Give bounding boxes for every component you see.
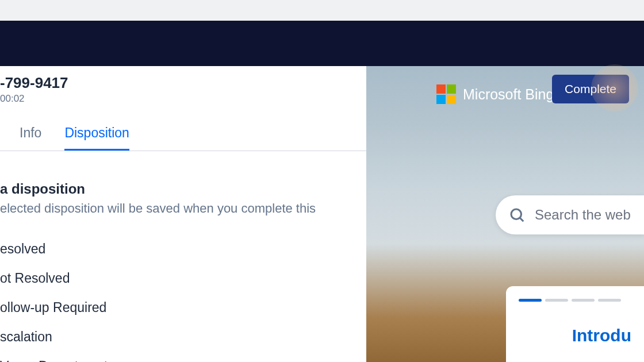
info-card: Introdu	[506, 286, 644, 362]
option-wrong-dept[interactable]: Vrong Department	[0, 352, 366, 362]
progress-step-active	[519, 299, 542, 302]
option-not-resolved[interactable]: ot Resolved	[0, 264, 366, 293]
bing-panel: Microsoft Bing Chat Search the web	[366, 66, 644, 362]
call-panel: -799-9417 00:02 Info Disposition a dispo…	[0, 66, 366, 362]
microsoft-bing-logo[interactable]: Microsoft Bing	[436, 84, 554, 104]
microsoft-logo-icon	[436, 84, 456, 104]
card-title: Introdu	[519, 326, 631, 345]
search-bar[interactable]: Search the web	[496, 195, 644, 234]
bing-brand-text: Microsoft Bing	[463, 86, 554, 103]
call-timer: 00:02	[0, 93, 355, 105]
disposition-options: esolved ot Resolved ollow-up Required sc…	[0, 234, 366, 362]
disposition-description: elected disposition will be saved when y…	[0, 201, 366, 217]
phone-number: -799-9417	[0, 74, 355, 92]
disposition-title: a disposition	[0, 181, 366, 197]
svg-line-1	[520, 218, 523, 221]
title-bar	[0, 21, 644, 66]
main-container: -799-9417 00:02 Info Disposition a dispo…	[0, 66, 644, 362]
search-placeholder: Search the web	[535, 207, 631, 223]
progress-step	[598, 299, 621, 302]
progress-step	[545, 299, 568, 302]
tab-info[interactable]: Info	[20, 125, 41, 151]
svg-point-0	[511, 209, 522, 219]
option-followup[interactable]: ollow-up Required	[0, 293, 366, 322]
tab-disposition[interactable]: Disposition	[64, 125, 129, 151]
progress-indicator	[519, 299, 631, 302]
option-escalation[interactable]: scalation	[0, 322, 366, 352]
progress-step	[572, 299, 595, 302]
complete-button[interactable]: Complete	[552, 75, 629, 103]
top-bar	[0, 0, 644, 21]
search-icon	[508, 206, 526, 224]
call-header: -799-9417 00:02	[0, 66, 366, 110]
tabs-container: Info Disposition	[0, 125, 366, 151]
option-resolved[interactable]: esolved	[0, 234, 366, 264]
disposition-content: a disposition elected disposition will b…	[0, 151, 366, 362]
